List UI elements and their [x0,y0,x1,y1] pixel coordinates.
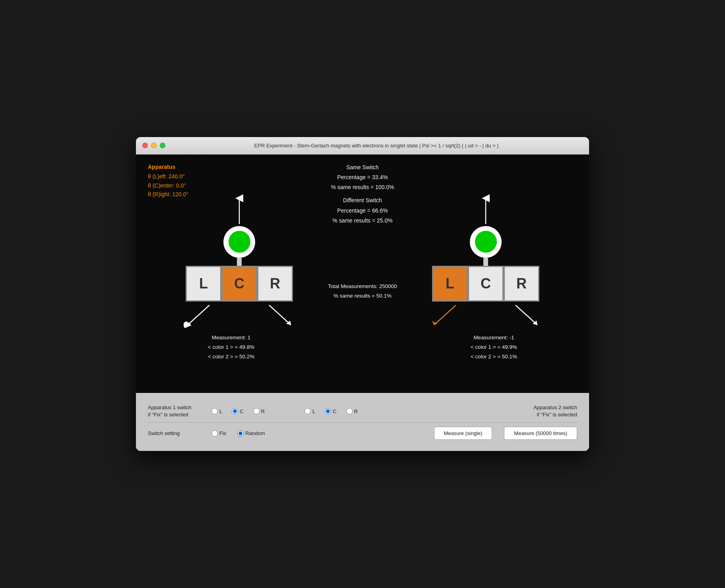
app1-switch-group[interactable]: L C R [211,408,265,414]
arrow-down-left-1 [184,303,211,329]
svg-line-9 [434,305,456,325]
app1-L-label[interactable]: L [211,408,222,414]
switch-C-2: C [468,266,504,302]
switch-L-2: L [432,266,468,302]
app1-R-label[interactable]: R [253,408,265,414]
switch-R-1: R [257,266,293,302]
app1-L-text: L [219,408,222,414]
app2-R-text: R [354,408,358,414]
app1-color2: < color 2 > = 50.2% [208,352,254,362]
app2-L-radio[interactable] [304,408,311,414]
arrow-down-right-1 [267,303,295,329]
app2-switch-label: Apparatus 2 switchif "Fix" is selected [521,404,577,418]
app2-C-radio[interactable] [325,408,331,414]
arrow-down-left-2 [430,303,458,329]
app2-L-label[interactable]: L [304,408,315,414]
close-button[interactable] [142,143,148,148]
total-stats: Total Measurements: 250000 % same result… [328,282,397,301]
switch-mode-group[interactable]: Fix Random [211,430,265,437]
arrow-down-right-2 [514,303,541,329]
svg-line-3 [188,305,209,325]
canvas-area: Apparatus θ (L)eft: 240.0° θ (C)enter: 0… [136,155,589,393]
app1-switch-label: Apparatus 1 switchif "Fix" is selected [148,404,204,418]
apparatus-switch-row: Apparatus 1 switchif "Fix" is selected L… [148,400,577,422]
app2-measurement: Measurement: -1 [471,333,517,342]
app2-R-radio[interactable] [346,408,353,414]
app1-stats: Measurement: 1 < color 1 > = 49.8% < col… [208,333,254,362]
app1-C-text: C [240,408,243,414]
app1-measurement: Measurement: 1 [208,333,254,342]
svg-line-5 [269,305,291,325]
fix-text: Fix [219,430,226,436]
control-panel: Apparatus 1 switchif "Fix" is selected L… [136,393,589,451]
app2-C-label[interactable]: C [325,408,336,414]
fix-radio[interactable] [211,430,218,437]
titlebar: EPR Experiment - Stern-Gerlach magnets w… [136,137,589,155]
app2-L-text: L [312,408,315,414]
total-measurements: Total Measurements: 250000 [328,282,397,291]
app1-C-label[interactable]: C [232,408,243,414]
window-title: EPR Experiment - Stern-Gerlach magnets w… [170,143,583,149]
switch-box-1: L C R [186,266,293,302]
fix-label[interactable]: Fix [211,430,226,437]
app2-color2: < color 2 > = 50.1% [471,352,517,362]
app2-stats: Measurement: -1 < color 1 > = 49.9% < co… [471,333,517,362]
app1-L-radio[interactable] [211,408,218,414]
switch-L-1: L [186,266,221,302]
app-window: EPR Experiment - Stern-Gerlach magnets w… [136,137,589,451]
connector-2 [483,258,488,266]
switch-setting-row: Switch setting Fix Random Measure (singl… [148,422,577,444]
app1-R-text: R [261,408,265,414]
app1-color1: < color 1 > = 49.8% [208,342,254,352]
arrow-up-2 [476,194,496,226]
traffic-lights [142,143,165,148]
app2-switch-group[interactable]: L C R [304,408,358,414]
detector-circle-2 [470,226,502,258]
measure-many-button[interactable]: Measure (50000 times) [504,427,577,440]
detector-circle-1 [223,226,255,258]
random-label[interactable]: Random [237,430,265,437]
switch-R-2: R [504,266,539,302]
svg-line-11 [516,305,537,325]
arrow-up-1 [229,194,249,226]
detector-green-1 [229,231,250,253]
center-measurement: Total Measurements: 250000 % same result… [319,194,406,301]
pct-same-total: % same results = 50.1% [328,291,397,301]
app2-color1: < color 1 > = 49.9% [471,342,517,352]
random-text: Random [245,430,265,436]
measure-single-button[interactable]: Measure (single) [434,427,492,440]
switch-setting-label: Switch setting [148,430,204,437]
apparatus-2: L C R [430,194,541,329]
apparatus-1: L C R [184,194,295,329]
app1-R-radio[interactable] [253,408,260,414]
random-radio[interactable] [237,430,244,437]
center-spacer [327,333,398,362]
app1-C-radio[interactable] [232,408,238,414]
bottom-stats-row: Measurement: 1 < color 1 > = 49.8% < col… [148,329,577,370]
detector-green-2 [475,231,497,253]
maximize-button[interactable] [160,143,165,148]
app2-C-text: C [333,408,336,414]
switch-C-1: C [221,266,257,302]
connector-1 [237,258,242,266]
minimize-button[interactable] [151,143,157,148]
app2-R-label[interactable]: R [346,408,358,414]
switch-box-2: L C R [432,266,539,302]
